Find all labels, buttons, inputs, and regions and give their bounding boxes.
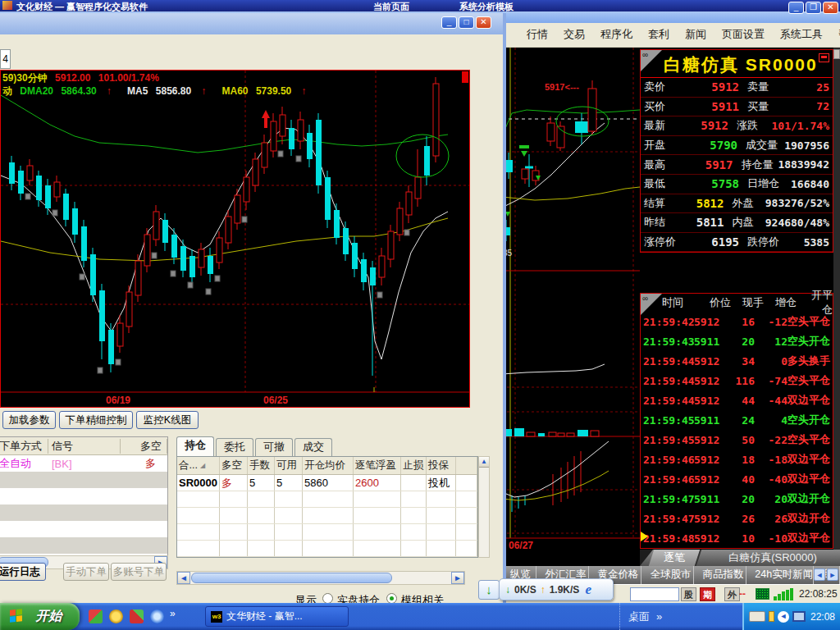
menu-item[interactable]: 行情 <box>527 27 548 42</box>
quicklaunch-more[interactable]: » <box>170 608 176 619</box>
quote-label: 买价 <box>644 99 690 114</box>
quote-row: 昨结 5811 内盘 924680/48% <box>641 213 833 233</box>
quote-search-input[interactable] <box>630 587 679 601</box>
scroll-right-arrow[interactable]: ► <box>451 572 464 584</box>
quote-row: 最高 5917 持仓量 18839942 <box>641 155 833 175</box>
quote-label: 昨结 <box>644 215 682 230</box>
start-button[interactable]: 开始 <box>0 603 80 630</box>
download-speed: 0K/S <box>514 584 536 596</box>
quote-row: 最低 5758 日增仓 166840 <box>641 175 833 194</box>
strategy-window-titlebar[interactable] <box>0 13 503 34</box>
network-icon[interactable] <box>792 611 806 622</box>
bottom-tab[interactable]: 24h实时新闻 <box>746 566 814 584</box>
menu-item[interactable]: 新闻 <box>685 27 706 42</box>
col-volume: 现手 <box>742 295 775 310</box>
tick-time: 21:59:46 <box>643 454 694 466</box>
futures-market-button[interactable]: 期 <box>700 587 715 601</box>
candlesticks <box>9 77 439 376</box>
quote-label: 成交量 <box>737 138 784 153</box>
stock-market-button[interactable]: 股 <box>681 587 696 601</box>
chart-header-line2: 动 DMA20 5864.30↑ MA5 5856.80↑ MA60 5739.… <box>2 84 311 98</box>
main-window-controls: _ ❐ ✕ <box>788 2 838 14</box>
forex-market-button[interactable]: 外 <box>724 587 740 601</box>
maximize-button[interactable]: □ <box>459 16 474 29</box>
quote-value: 5917 <box>687 158 733 171</box>
run-log-button[interactable]: 运行日志 <box>0 563 46 581</box>
tick-row: 21:59:42 5912 16 -12 空头平仓 <box>641 312 833 331</box>
tick-volume: 40 <box>727 473 755 486</box>
bottom-tab[interactable]: 全球股市 <box>641 566 694 584</box>
tick-oi-change: -44 <box>755 395 788 407</box>
download-speed-widget[interactable]: ↓ 0K/S ↑ 1.9K/S e <box>499 578 614 600</box>
tick-oi-change: -10 <box>755 532 788 545</box>
tick-price: 5911 <box>694 493 727 505</box>
tick-time: 21:59:42 <box>643 316 694 328</box>
tick-time: 21:59:44 <box>643 355 694 368</box>
positions-vscrollbar[interactable]: ▲ <box>478 456 490 558</box>
manual-order-button[interactable]: 手动下单 <box>63 563 109 581</box>
close-button[interactable]: ✕ <box>476 16 491 29</box>
quote-scrollbar[interactable] <box>833 48 840 551</box>
app-titlebar: 文化财经 — 赢智程序化交易软件 当前页面 系统分析模板 <box>0 0 840 11</box>
quote-label: 日增仓 <box>739 176 787 191</box>
tab-orders[interactable]: 委托 <box>216 438 253 456</box>
panel-restore-icon[interactable] <box>819 53 829 62</box>
minimize-button[interactable]: _ <box>441 16 457 29</box>
tick-volume: 10 <box>727 532 755 545</box>
taskbar: 开始 » w3 文华财经 - 赢智... 桌面 » ◄ 22:08 <box>0 603 840 630</box>
desktop-more[interactable]: » <box>656 610 662 623</box>
tick-row: 21:59:47 5911 20 20 双边开仓 <box>641 489 833 509</box>
kline-chart[interactable]: 06/19 06/25 59)30分钟 5912.00 101.00/1.74%… <box>0 70 470 408</box>
quicklaunch-icon-2[interactable] <box>109 609 123 623</box>
desktop-label[interactable]: 桌面 <box>628 609 650 624</box>
tab-scroll-right[interactable]: ► <box>827 568 838 581</box>
expand-down-button[interactable]: ↓ <box>478 580 500 600</box>
quicklaunch-icon-3[interactable] <box>130 609 144 623</box>
background-chart[interactable]: 5917<--- 35 <box>502 48 640 551</box>
restore-button[interactable]: ❐ <box>806 2 821 14</box>
tab-positions[interactable]: 持仓 <box>176 436 214 456</box>
bottom-tab[interactable]: 商品指数 <box>694 566 746 584</box>
analysis-template-label: 系统分析模板 <box>459 1 514 11</box>
close-button[interactable]: ✕ <box>823 2 838 14</box>
menu-item[interactable]: 套利 <box>648 27 669 42</box>
buy-arrow-icon <box>262 110 270 128</box>
scroll-left-arrow[interactable]: ◄ <box>177 572 190 584</box>
tick-volume: 20 <box>727 336 755 348</box>
menu-item[interactable]: 系统工具 <box>780 27 823 42</box>
tick-price: 5912 <box>694 473 727 486</box>
menu-item[interactable]: 程序化 <box>600 27 632 42</box>
order-control-button[interactable]: 下单精细控制 <box>59 411 133 429</box>
tab-tick-by-tick[interactable]: 逐笔 <box>649 550 701 566</box>
keyboard-icon[interactable] <box>749 611 765 622</box>
app-title: 文化财经 — 赢智程序化交易软件 <box>16 1 148 11</box>
quote-value: 5812 <box>682 197 724 210</box>
position-row[interactable]: SR0000 多 5 5 5860 2600 投机 <box>177 475 477 491</box>
quote-row: 开盘 5790 成交量 1907956 <box>641 136 833 156</box>
tab-fills[interactable]: 成交 <box>294 438 332 456</box>
minimize-button[interactable]: _ <box>788 2 804 14</box>
chart-tab-remnant[interactable]: 4 <box>0 49 11 69</box>
tray-icon-yellow[interactable] <box>769 611 774 622</box>
task-button-wenhua[interactable]: w3 文华财经 - 赢智... <box>205 606 349 627</box>
tab-cancellable[interactable]: 可撤 <box>255 438 293 456</box>
monitor-kline-button[interactable]: 监控K线图 <box>136 411 199 429</box>
scroll-thumb[interactable] <box>191 573 392 583</box>
quote-row: 结算 5812 外盘 983276/52% <box>641 194 833 214</box>
load-params-button[interactable]: 加载参数 <box>2 411 56 429</box>
menu-item[interactable]: 交易 <box>564 27 585 42</box>
tab-scroll-left[interactable]: ◄ <box>814 568 825 581</box>
multi-account-button[interactable]: 多账号下单 <box>111 563 167 581</box>
quicklaunch-icon-1[interactable] <box>89 609 103 623</box>
signal-row[interactable]: 全自动 [BK] 多 <box>0 455 167 472</box>
positions-hscrollbar[interactable]: ◄ ► <box>176 571 465 585</box>
background-chart-svg: 5917<--- 35 <box>502 48 640 551</box>
bg-price-annotation: 5917<--- <box>545 82 579 92</box>
tray-collapse-icon[interactable]: ◄ <box>778 611 789 623</box>
app-icon <box>2 1 12 10</box>
tick-volume: 26 <box>727 513 755 525</box>
tick-volume: 44 <box>727 395 755 407</box>
link-icon[interactable]: ∞ <box>641 50 662 71</box>
menu-item[interactable]: 页面设置 <box>722 27 765 42</box>
quicklaunch-icon-4[interactable] <box>150 609 164 623</box>
